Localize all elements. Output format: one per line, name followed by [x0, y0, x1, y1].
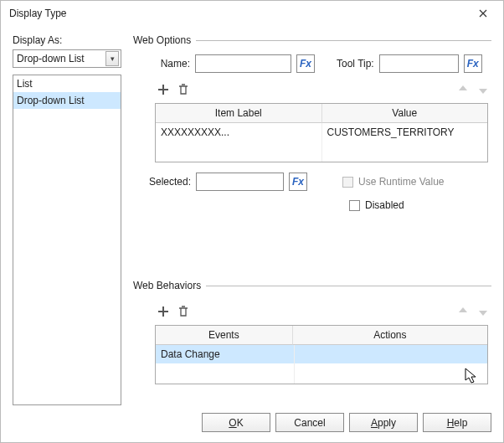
col-header: Events	[156, 326, 293, 345]
use-runtime-label: Use Runtime Value	[358, 176, 445, 188]
tooltip-label: Tool Tip:	[337, 58, 374, 70]
items-grid[interactable]: Item Label Value XXXXXXXXX... CUSTOMERS_…	[155, 103, 488, 162]
use-runtime-checkbox: Use Runtime Value	[342, 176, 445, 188]
combo-value: Drop-down List	[17, 53, 105, 64]
window-title: Display Type	[9, 8, 466, 19]
name-fx-button[interactable]: Fx	[296, 54, 315, 73]
close-icon	[479, 9, 487, 18]
selected-fx-button[interactable]: Fx	[289, 173, 307, 191]
tooltip-input[interactable]	[379, 54, 459, 73]
list-item[interactable]: Drop-down List	[13, 92, 121, 109]
list-item[interactable]: List	[13, 75, 121, 92]
move-up-button[interactable]	[455, 81, 471, 98]
tooltip-fx-button[interactable]: Fx	[464, 54, 482, 73]
disabled-checkbox[interactable]: Disabled	[349, 199, 491, 211]
add-behavior-button[interactable]	[155, 303, 172, 320]
table-row-empty	[156, 142, 487, 162]
cancel-button[interactable]: Cancel	[275, 413, 344, 432]
delete-item-button[interactable]	[175, 81, 192, 98]
col-header: Actions	[293, 326, 487, 345]
add-item-button[interactable]	[155, 81, 172, 98]
arrow-down-icon	[476, 305, 490, 318]
move-down-button[interactable]	[475, 81, 491, 98]
display-as-combo[interactable]: Drop-down List ▾	[13, 49, 121, 68]
cell-item-label: XXXXXXXXX...	[156, 123, 322, 142]
name-label: Name:	[148, 58, 190, 70]
group-title: Web Behaviors	[133, 280, 201, 291]
trash-icon	[177, 305, 190, 318]
selected-label: Selected:	[145, 176, 191, 188]
plus-icon	[157, 305, 170, 318]
arrow-up-icon	[456, 83, 470, 96]
web-behaviors-header: Web Behaviors	[133, 280, 491, 291]
table-row[interactable]: XXXXXXXXX... CUSTOMERS_TERRITORY	[156, 123, 487, 142]
delete-behavior-button[interactable]	[175, 303, 192, 320]
trash-icon	[177, 83, 190, 96]
ok-button[interactable]: OK	[202, 413, 270, 432]
checkbox-icon	[342, 177, 353, 188]
plus-icon	[157, 83, 170, 96]
checkbox-icon	[349, 200, 360, 211]
col-header: Item Label	[156, 104, 322, 123]
dialog-buttons: OK Cancel Apply Help	[13, 404, 491, 432]
arrow-down-icon	[476, 83, 490, 96]
table-row[interactable]: Data Change	[156, 345, 487, 363]
apply-button[interactable]: Apply	[349, 413, 418, 432]
arrow-up-icon	[456, 305, 470, 318]
behaviors-grid[interactable]: Events Actions Data Change	[155, 325, 488, 384]
cell-action[interactable]	[295, 345, 487, 363]
cell-value: CUSTOMERS_TERRITORY	[322, 123, 488, 142]
help-button[interactable]: Help	[423, 413, 491, 432]
chevron-down-icon: ▾	[105, 51, 119, 66]
group-title: Web Options	[133, 34, 191, 46]
table-row-empty	[156, 363, 487, 384]
cell-event: Data Change	[156, 345, 295, 363]
web-options-header: Web Options	[133, 34, 491, 46]
name-input[interactable]	[195, 54, 291, 73]
close-button[interactable]	[466, 2, 500, 25]
col-header: Value	[322, 104, 488, 123]
move-down-button[interactable]	[475, 303, 491, 320]
title-bar: Display Type	[1, 1, 503, 26]
move-up-button[interactable]	[455, 303, 471, 320]
display-as-label: Display As:	[13, 34, 121, 46]
disabled-label: Disabled	[365, 199, 404, 211]
display-as-list[interactable]: List Drop-down List	[13, 75, 121, 405]
selected-input[interactable]	[196, 173, 284, 191]
